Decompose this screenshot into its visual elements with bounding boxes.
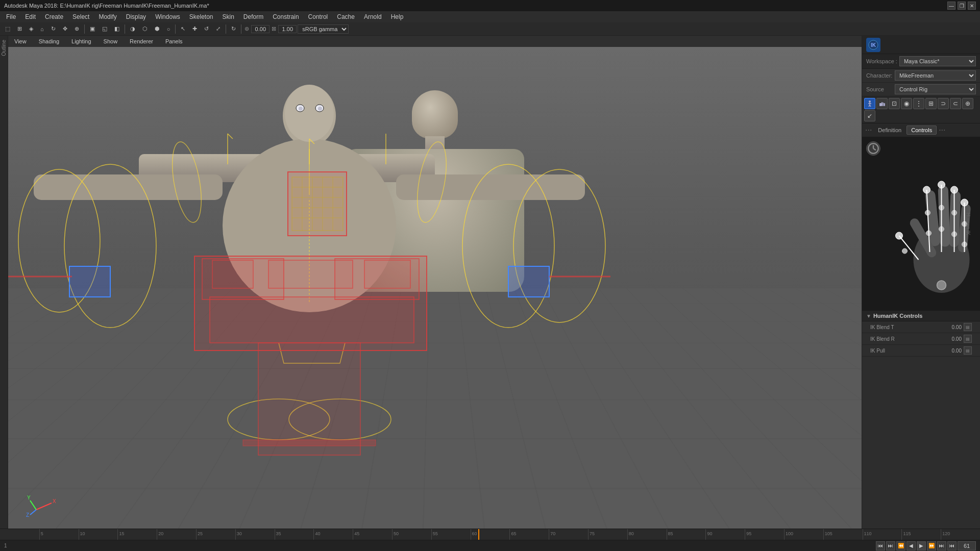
menu-modify[interactable]: Modify	[94, 12, 120, 21]
right-panel: IK Workspace : Maya Classic* Character: …	[862, 36, 980, 529]
toolbar-mesh[interactable]: ◑	[127, 24, 138, 33]
timeline-tick-40: 40	[313, 529, 320, 540]
go-to-start-button[interactable]: ⏮	[876, 541, 885, 550]
menubar: File Edit Create Select Modify Display W…	[0, 11, 980, 22]
toolbar-refresh[interactable]: ↻	[228, 24, 239, 33]
menu-file[interactable]: File	[2, 12, 20, 21]
svg-point-56	[869, 101, 871, 103]
toolbar-wire[interactable]: ⬢	[152, 24, 163, 33]
ik-blend-r-slider[interactable]: ▤	[964, 335, 972, 343]
toolbar-smooth[interactable]: ○	[164, 25, 174, 33]
toolbar-icon-6[interactable]: ✥	[60, 24, 70, 33]
menu-arnold[interactable]: Arnold	[360, 12, 386, 21]
extra-icon-btn[interactable]: ⊕	[962, 98, 973, 109]
ik-blend-t-slider[interactable]: ▤	[964, 323, 972, 331]
spine-icon-btn[interactable]: ⋮	[913, 98, 924, 109]
humanik-controls-header[interactable]: ▼ HumanIK Controls	[862, 311, 980, 321]
head-icon-btn[interactable]: ◉	[901, 98, 912, 109]
playback-controls: 1 ⏮ ⏭ ⏪ ◀ ▶ ⏩ ⏭ ⏮ 61	[0, 540, 980, 551]
menu-skin[interactable]: Skin	[218, 12, 238, 21]
toolbar-icon-5[interactable]: ↻	[48, 24, 59, 33]
minimize-button[interactable]: —	[947, 2, 955, 10]
menu-select[interactable]: Select	[68, 12, 93, 21]
toolbar-icon-3[interactable]: ◈	[26, 24, 36, 33]
def-controls-tabs: ··· Definition Controls ···	[862, 123, 980, 137]
menu-windows[interactable]: Windows	[151, 12, 184, 21]
menu-create[interactable]: Create	[41, 12, 67, 21]
ik-pull-slider[interactable]: ▤	[964, 346, 972, 355]
humanik-controls-section: ▼ HumanIK Controls IK Blend T 0.00 ▤ IK …	[862, 311, 980, 529]
toolbar-cam[interactable]: ◱	[99, 24, 110, 33]
menu-skeleton[interactable]: Skeleton	[185, 12, 217, 21]
foot-icon-btn[interactable]: ⊡	[889, 98, 900, 109]
menu-display[interactable]: Display	[122, 12, 150, 21]
vp-panels[interactable]: Panels	[163, 37, 185, 45]
play-forward-button[interactable]: ▶	[917, 541, 926, 550]
hand-icon-btn[interactable]	[876, 98, 888, 109]
vp-show[interactable]: Show	[102, 37, 120, 45]
menu-edit[interactable]: Edit	[21, 12, 40, 21]
toolbar-scale[interactable]: ⤢	[213, 24, 224, 33]
tab-controls[interactable]: Controls	[906, 126, 937, 135]
vp-view[interactable]: View	[12, 37, 29, 45]
toolbar-select[interactable]: ↖	[178, 24, 188, 33]
menu-control[interactable]: Control	[304, 12, 332, 21]
source-select[interactable]: Control Rig	[895, 84, 976, 94]
tab-definition[interactable]: Definition	[874, 126, 905, 134]
arm-icon-btn[interactable]: ⊃	[938, 98, 949, 109]
colorspace-select[interactable]: sRGB gamma	[298, 24, 349, 34]
workspace-select[interactable]: Maya Classic*	[899, 56, 976, 66]
toolbar-poly[interactable]: ⬡	[139, 24, 151, 33]
timeline-tick-35: 35	[275, 529, 281, 540]
shoulder-icon-btn[interactable]: ⊞	[925, 98, 937, 109]
vp-renderer[interactable]: Renderer	[128, 37, 155, 45]
svg-line-48	[36, 503, 52, 510]
humanik-logo: IK	[866, 38, 880, 52]
svg-point-93	[937, 281, 946, 290]
frame-display[interactable]: 61	[958, 541, 976, 550]
close-button[interactable]: ✕	[968, 2, 976, 10]
menu-deform[interactable]: Deform	[239, 12, 267, 21]
menu-help[interactable]: Help	[387, 12, 408, 21]
viewport[interactable]: View Shading Lighting Show Renderer Pane…	[8, 36, 862, 529]
ik-blend-r-label: IK Blend R	[870, 336, 943, 342]
viewport-value1[interactable]	[251, 25, 270, 33]
menu-constrain[interactable]: Constrain	[268, 12, 303, 21]
svg-text:Z: Z	[26, 512, 29, 518]
timeline-tick-90: 90	[705, 529, 712, 540]
timeline-tick-95: 95	[745, 529, 751, 540]
character-label: Character:	[866, 72, 893, 79]
character-select[interactable]: MikeFreeman	[895, 70, 976, 81]
toolbar-icon-7[interactable]: ⊕	[71, 24, 82, 33]
right-dots[interactable]: ···	[938, 126, 946, 135]
timeline-tick-110: 110	[863, 529, 872, 540]
go-to-end-button[interactable]: ⏮	[947, 541, 957, 550]
left-dots[interactable]: ···	[864, 126, 873, 135]
step-forward-button[interactable]: ⏩	[927, 541, 936, 550]
timeline-tick-120: 120	[941, 529, 950, 540]
body-icon-btn[interactable]	[864, 98, 875, 109]
toolbar-rotate[interactable]: ↺	[201, 24, 212, 33]
maximize-button[interactable]: ❐	[958, 2, 966, 10]
step-back-button[interactable]: ⏪	[896, 541, 905, 550]
toolbar-view[interactable]: ▣	[87, 24, 98, 33]
timeline-tick-115: 115	[901, 529, 911, 540]
svg-text:IK: IK	[871, 42, 876, 48]
toolbar-icon-1[interactable]: ⬚	[2, 24, 13, 33]
vp-lighting[interactable]: Lighting	[69, 37, 93, 45]
toolbar-move[interactable]: ✚	[189, 24, 200, 33]
timeline-ruler[interactable]: 5101520253035404550556065707580859095100…	[0, 529, 980, 540]
play-back-button[interactable]: ◀	[906, 541, 916, 550]
svg-point-0	[283, 85, 336, 146]
leg-icon-btn[interactable]: ⊂	[950, 98, 961, 109]
viewport-value2[interactable]	[278, 25, 297, 33]
vp-shading[interactable]: Shading	[37, 37, 61, 45]
toolbar-light[interactable]: ◧	[111, 24, 122, 33]
next-keyframe-button[interactable]: ⏭	[937, 541, 946, 550]
toolbar-icon-4[interactable]: ⌂	[37, 25, 47, 33]
menu-cache[interactable]: Cache	[333, 12, 359, 21]
ik-blend-t-row: IK Blend T 0.00 ▤	[862, 321, 980, 333]
prev-keyframe-button[interactable]: ⏭	[886, 541, 895, 550]
toolbar-icon-2[interactable]: ⊞	[14, 24, 25, 33]
rollover-icon-btn[interactable]: ↙	[864, 110, 875, 121]
